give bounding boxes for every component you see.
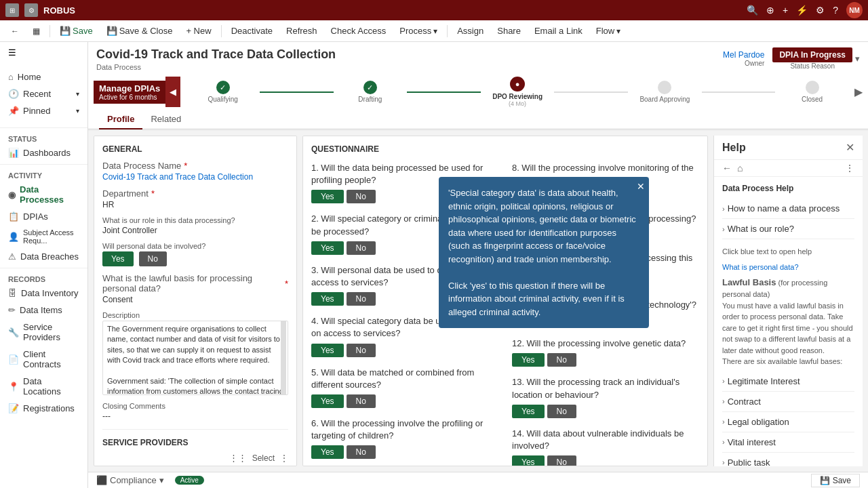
help-more-button[interactable]: ⋮ bbox=[845, 163, 854, 174]
sidebar-divider-2 bbox=[0, 164, 87, 165]
layout-button[interactable]: ▦ bbox=[27, 24, 45, 38]
select-button[interactable]: Select bbox=[252, 453, 275, 463]
help-legal-obligation-button[interactable]: › Legal obligation bbox=[722, 415, 854, 428]
stages-container: ✓ Qualifying ✓ Drafting ● bbox=[180, 77, 854, 107]
compliance-icon: ⬛ bbox=[96, 475, 107, 485]
save-close-button[interactable]: 💾 Save & Close bbox=[101, 24, 178, 38]
q1-yes[interactable]: Yes bbox=[311, 190, 344, 203]
sidebar-item-data-inventory[interactable]: 🗄 Data Inventory bbox=[0, 285, 87, 302]
panel-divider bbox=[102, 429, 288, 430]
stages-next-button[interactable]: ▶ bbox=[854, 85, 863, 98]
q2-yes[interactable]: Yes bbox=[311, 241, 344, 255]
sidebar-item-pinned[interactable]: 📌 Pinned ▾ bbox=[0, 102, 87, 119]
top-nav: ⊞ ⚙ ROBUS 🔍 ⊕ + ⚡ ⚙ ? NM bbox=[0, 0, 868, 20]
sidebar-item-data-breaches[interactable]: ⚠ Data Breaches bbox=[0, 248, 87, 265]
data-process-name-value[interactable]: Covid-19 Track and Trace Data Collection bbox=[102, 172, 288, 182]
contracts-icon: 📄 bbox=[8, 354, 19, 365]
dpia-collapse-button[interactable]: ◀ bbox=[165, 77, 180, 107]
quest-item-6: 6. Will the processing involve the profi… bbox=[311, 418, 498, 459]
help-personal-data-link[interactable]: What is personal data? bbox=[722, 263, 799, 271]
sidebar-item-recent[interactable]: 🕐 Recent ▾ bbox=[0, 85, 87, 102]
stage-board-dot bbox=[658, 81, 671, 94]
tooltip-close-button[interactable]: ✕ bbox=[637, 181, 645, 192]
help-vital-interest-button[interactable]: › Vital interest bbox=[722, 436, 854, 449]
q3-no[interactable]: No bbox=[347, 292, 376, 306]
stage-dpo-reviewing: ● DPO Reviewing (4 Mo) bbox=[481, 77, 555, 107]
q13-yes[interactable]: Yes bbox=[512, 405, 545, 418]
q14-yes[interactable]: Yes bbox=[512, 455, 545, 466]
settings-icon[interactable]: ⚙ bbox=[24, 3, 38, 17]
share-button[interactable]: Share bbox=[492, 24, 526, 38]
home-help-icon[interactable]: ⌂ bbox=[737, 163, 743, 174]
plus-icon[interactable]: + bbox=[783, 5, 788, 16]
sidebar-item-subject-access[interactable]: 👤 Subject Access Requ... bbox=[0, 225, 87, 248]
help-contract-button[interactable]: › Contract bbox=[722, 395, 854, 408]
status-bar-save-button[interactable]: 💾 Save bbox=[811, 474, 860, 487]
back-button[interactable]: ← bbox=[5, 24, 24, 38]
sidebar-item-data-locations[interactable]: 📍 Data Locations bbox=[0, 373, 87, 400]
q5-no[interactable]: No bbox=[347, 394, 376, 408]
sidebar-item-service-providers[interactable]: 🔧 Service Providers bbox=[0, 319, 87, 346]
subject-icon: 👤 bbox=[8, 232, 19, 242]
new-button[interactable]: + New bbox=[180, 24, 216, 38]
q12-yes[interactable]: Yes bbox=[512, 353, 545, 367]
q4-no[interactable]: No bbox=[347, 344, 376, 357]
help-back-button[interactable]: ← bbox=[722, 163, 732, 174]
service-select-bar: ⋮⋮ Select ⋮ bbox=[102, 453, 288, 463]
tab-profile[interactable]: Profile bbox=[99, 110, 142, 129]
description-textarea[interactable]: The Government require organisations to … bbox=[102, 321, 288, 395]
sidebar-item-data-items[interactable]: ✏ Data Items bbox=[0, 302, 87, 319]
process-button[interactable]: Process ▾ bbox=[394, 24, 443, 38]
owner-name[interactable]: Mel Pardoe bbox=[723, 50, 764, 60]
hamburger-menu[interactable]: ☰ bbox=[0, 42, 87, 63]
search-icon[interactable]: 🔍 bbox=[747, 5, 758, 16]
help-close-button[interactable]: ✕ bbox=[846, 141, 854, 154]
sidebar-item-registrations[interactable]: 📝 Registrations bbox=[0, 400, 87, 417]
stage-qualifying-dot: ✓ bbox=[216, 81, 230, 94]
q13-no[interactable]: No bbox=[547, 405, 576, 418]
q6-yes[interactable]: Yes bbox=[311, 445, 344, 459]
filter-icon[interactable]: ⚡ bbox=[796, 5, 808, 16]
deactivate-button[interactable]: Deactivate bbox=[226, 24, 278, 38]
help-accordion-1-button[interactable]: › How to name a data process bbox=[722, 202, 854, 215]
personal-data-yes[interactable]: Yes bbox=[102, 251, 134, 266]
closing-comments-value: --- bbox=[102, 411, 288, 421]
user-avatar[interactable]: NM bbox=[846, 2, 863, 18]
bell-icon[interactable]: ⊕ bbox=[766, 5, 774, 16]
email-link-button[interactable]: Email a Link bbox=[529, 24, 588, 38]
sidebar-item-client-contracts[interactable]: 📄 Client Contracts bbox=[0, 346, 87, 373]
q3-yes[interactable]: Yes bbox=[311, 292, 344, 306]
help-public-task-button[interactable]: › Public task bbox=[722, 456, 854, 467]
tab-related[interactable]: Related bbox=[142, 110, 189, 129]
sidebar-item-data-processes[interactable]: ◉ Data Processes bbox=[0, 181, 87, 208]
field-department: Department * HR bbox=[102, 188, 288, 209]
assign-button[interactable]: Assign bbox=[452, 24, 489, 38]
check-access-button[interactable]: Check Access bbox=[326, 24, 392, 38]
gear-icon[interactable]: ⚙ bbox=[816, 5, 825, 16]
sidebar-item-home[interactable]: ⌂ Home bbox=[0, 68, 87, 85]
q5-yes[interactable]: Yes bbox=[311, 394, 344, 408]
save-icon: 💾 bbox=[60, 26, 71, 36]
q1-no[interactable]: No bbox=[347, 190, 376, 203]
q4-yes[interactable]: Yes bbox=[311, 344, 344, 357]
service-providers-title: SERVICE PROVIDERS bbox=[102, 438, 288, 447]
help-legitimate-interest-button[interactable]: › Legitimate Interest bbox=[722, 375, 854, 388]
q2-no[interactable]: No bbox=[347, 241, 376, 255]
q6-no[interactable]: No bbox=[347, 445, 376, 459]
status-dropdown-button[interactable]: ▾ bbox=[855, 54, 860, 64]
manage-dpia-button[interactable]: Manage DPIAs Active for 6 months bbox=[94, 81, 165, 104]
refresh-button[interactable]: Refresh bbox=[281, 24, 323, 38]
help-icon[interactable]: ? bbox=[833, 5, 838, 16]
personal-data-no[interactable]: No bbox=[139, 251, 167, 266]
q14-no[interactable]: No bbox=[547, 455, 576, 466]
flow-button[interactable]: Flow ▾ bbox=[591, 24, 626, 38]
sidebar-item-dashboards[interactable]: 📊 Dashboards bbox=[0, 144, 87, 161]
quest-item-14: 14. Will data about vulnerable individua… bbox=[512, 428, 699, 466]
sidebar-item-dpias[interactable]: 📋 DPIAs bbox=[0, 208, 87, 225]
items-icon: ✏ bbox=[8, 305, 16, 315]
help-accordion-2-button[interactable]: › What is our role? bbox=[722, 222, 854, 235]
save-button[interactable]: 💾 Save bbox=[54, 24, 98, 38]
service-more-button[interactable]: ⋮ bbox=[280, 453, 288, 463]
description-scrollbar[interactable] bbox=[281, 321, 286, 394]
q12-no[interactable]: No bbox=[547, 353, 576, 367]
